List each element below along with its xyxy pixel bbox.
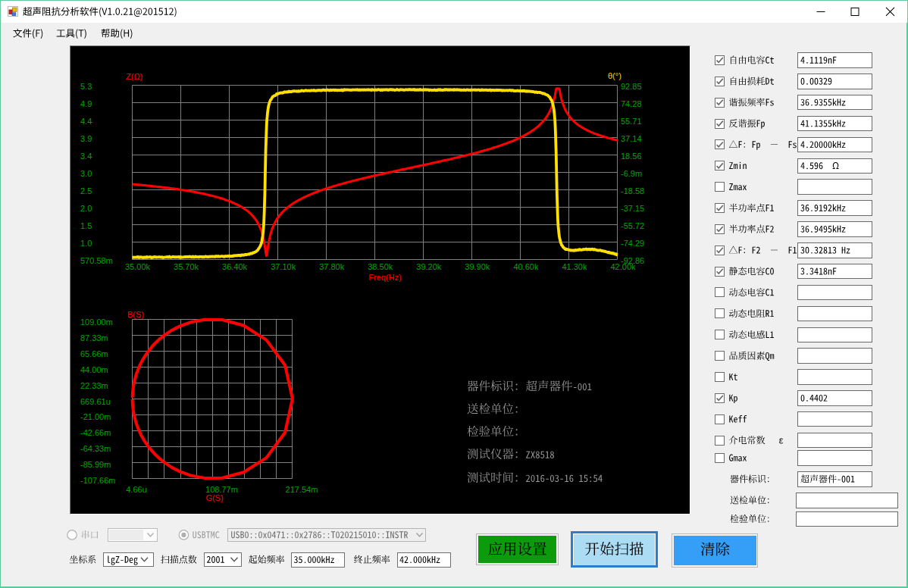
svg-text:-42.66m: -42.66m — [80, 428, 111, 437]
svg-text:Freq(Hz): Freq(Hz) — [368, 273, 401, 282]
svg-text:3.9: 3.9 — [80, 134, 92, 143]
svg-text:5.3: 5.3 — [80, 82, 92, 91]
svg-text:669.61u: 669.61u — [80, 397, 111, 406]
svg-text:3.0: 3.0 — [80, 169, 92, 178]
svg-text:22.33m: 22.33m — [80, 381, 108, 390]
svg-text:87.33m: 87.33m — [80, 333, 108, 342]
svg-text:217.54m: 217.54m — [286, 485, 318, 494]
svg-text:-85.99m: -85.99m — [80, 460, 111, 469]
svg-text:65.66m: 65.66m — [80, 349, 108, 358]
svg-text:-18.58: -18.58 — [621, 186, 644, 195]
svg-text:-37.15: -37.15 — [621, 204, 644, 213]
svg-text:2.5: 2.5 — [80, 186, 92, 195]
svg-text:3.4: 3.4 — [80, 152, 92, 161]
svg-text:Z(Ω): Z(Ω) — [126, 72, 142, 81]
svg-text:35.00k: 35.00k — [125, 262, 151, 271]
svg-text:39.20k: 39.20k — [416, 262, 442, 271]
svg-text:θ(°): θ(°) — [608, 71, 622, 80]
svg-text:-6.9m: -6.9m — [621, 169, 642, 178]
svg-text:2.0: 2.0 — [80, 204, 92, 213]
svg-text:-74.29: -74.29 — [621, 239, 644, 248]
svg-text:570.58m: 570.58m — [80, 256, 113, 265]
svg-text:74.28: 74.28 — [621, 99, 642, 108]
svg-text:4.66u: 4.66u — [126, 485, 147, 494]
svg-text:41.30k: 41.30k — [562, 262, 587, 271]
svg-text:4.4: 4.4 — [80, 117, 92, 126]
svg-text:38.50k: 38.50k — [368, 262, 393, 271]
svg-text:35.70k: 35.70k — [174, 262, 199, 271]
svg-text:1.0: 1.0 — [80, 239, 92, 248]
svg-text:44.00m: 44.00m — [80, 365, 108, 374]
svg-text:1.5: 1.5 — [80, 221, 92, 230]
svg-text:37.80k: 37.80k — [319, 262, 345, 271]
svg-text:36.40k: 36.40k — [222, 262, 248, 271]
svg-text:37.10k: 37.10k — [271, 262, 296, 271]
svg-text:-21.00m: -21.00m — [80, 412, 111, 421]
svg-text:92.85: 92.85 — [621, 82, 642, 91]
svg-text:37.14: 37.14 — [621, 134, 642, 143]
svg-text:-55.72: -55.72 — [621, 221, 644, 230]
svg-text:18.56: 18.56 — [621, 152, 642, 161]
svg-text:55.71: 55.71 — [621, 117, 642, 126]
svg-text:40.60k: 40.60k — [513, 262, 539, 271]
svg-text:42.00k: 42.00k — [610, 262, 636, 271]
svg-text:-107.66m: -107.66m — [80, 476, 115, 485]
svg-text:-64.33m: -64.33m — [80, 444, 111, 453]
svg-text:108.77m: 108.77m — [205, 485, 238, 494]
svg-text:G(S): G(S) — [205, 493, 223, 502]
svg-text:B(S): B(S) — [127, 310, 144, 319]
svg-text:109.00m: 109.00m — [80, 317, 113, 327]
svg-text:4.9: 4.9 — [80, 99, 92, 108]
svg-text:39.90k: 39.90k — [465, 262, 490, 271]
